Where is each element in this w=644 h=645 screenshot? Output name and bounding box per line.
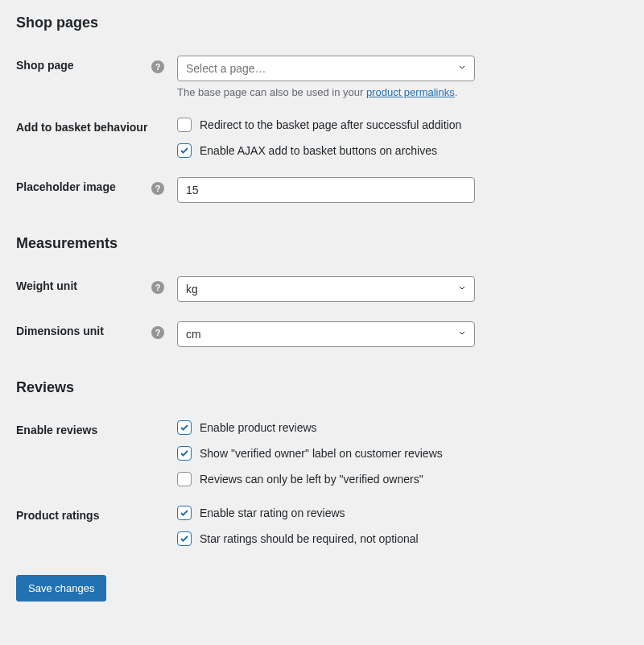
enable-star-rating-checkbox[interactable] [177, 506, 192, 520]
weight-unit-select[interactable] [177, 276, 475, 302]
shop-page-description: The base page can also be used in your p… [177, 86, 620, 98]
settings-wrap: Shop pages Shop page The base page can a… [0, 0, 644, 618]
section-shop-pages-title: Shop pages [16, 14, 628, 31]
ajax-basket-checkbox[interactable] [177, 143, 192, 158]
weight-unit-label: Weight unit [16, 267, 177, 312]
verified-owner-label-option: Show "verified owner" label on customer … [177, 446, 620, 461]
verified-owner-label-checkbox[interactable] [177, 446, 192, 461]
dimensions-unit-label: Dimensions unit [16, 312, 177, 357]
dimensions-unit-select-input[interactable] [177, 321, 475, 347]
shop-pages-table: Shop page The base page can also be used… [16, 46, 628, 213]
help-icon[interactable] [151, 326, 164, 339]
enable-star-rating-text: Enable star rating on reviews [200, 506, 345, 519]
product-ratings-label: Product ratings [16, 496, 177, 556]
verified-owner-only-checkbox[interactable] [177, 472, 192, 486]
shop-page-select-input[interactable] [177, 56, 475, 81]
verified-owner-label-text: Show "verified owner" label on customer … [200, 447, 443, 460]
star-rating-required-checkbox[interactable] [177, 531, 192, 546]
section-measurements-title: Measurements [16, 235, 628, 252]
section-reviews-title: Reviews [16, 379, 628, 396]
ajax-basket-label-text: Enable AJAX add to basket buttons on arc… [200, 144, 437, 157]
verified-owner-only-option: Reviews can only be left by "verified ow… [177, 472, 620, 486]
placeholder-image-label: Placeholder image [16, 167, 177, 213]
help-icon[interactable] [151, 281, 164, 294]
submit-row: Save changes [16, 575, 628, 602]
weight-unit-select-input[interactable] [177, 276, 475, 302]
enable-product-reviews-option: Enable product reviews [177, 420, 620, 435]
help-icon[interactable] [151, 60, 164, 73]
verified-owner-only-text: Reviews can only be left by "verified ow… [200, 473, 423, 486]
enable-star-rating-option: Enable star rating on reviews [177, 506, 620, 520]
placeholder-image-input[interactable] [177, 177, 475, 203]
help-icon[interactable] [151, 182, 164, 195]
measurements-table: Weight unit Dimensions unit [16, 267, 628, 357]
redirect-basket-option: Redirect to the basket page after succes… [177, 118, 620, 132]
reviews-table: Enable reviews Enable product reviews Sh… [16, 411, 628, 556]
product-permalinks-link[interactable]: product permalinks [366, 86, 455, 98]
add-to-basket-label: Add to basket behaviour [16, 108, 177, 167]
shop-page-select[interactable] [177, 56, 475, 81]
redirect-basket-checkbox[interactable] [177, 118, 192, 132]
save-changes-button[interactable]: Save changes [16, 575, 106, 602]
star-rating-required-option: Star ratings should be required, not opt… [177, 531, 620, 546]
enable-product-reviews-text: Enable product reviews [200, 421, 317, 434]
ajax-basket-option: Enable AJAX add to basket buttons on arc… [177, 143, 620, 158]
enable-product-reviews-checkbox[interactable] [177, 420, 192, 435]
redirect-basket-label-text: Redirect to the basket page after succes… [200, 118, 461, 131]
dimensions-unit-select[interactable] [177, 321, 475, 347]
star-rating-required-text: Star ratings should be required, not opt… [200, 532, 419, 545]
enable-reviews-label: Enable reviews [16, 411, 177, 496]
shop-page-label: Shop page [16, 46, 177, 108]
